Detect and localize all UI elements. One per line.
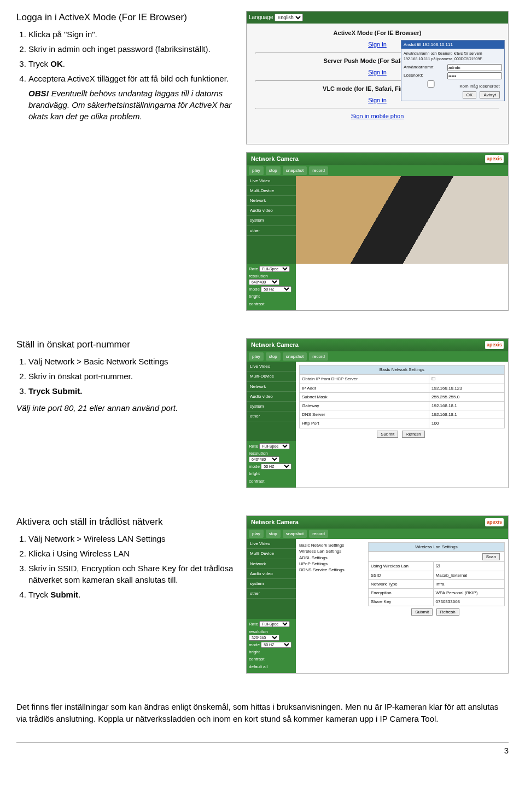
network-type-select[interactable]: Infra <box>433 579 504 588</box>
side-menu: Live Video Multi-Device Network Audio vi… <box>247 362 296 440</box>
section-wireless: Aktivera och ställ in trådlöst nätverk V… <box>16 515 509 674</box>
mode-label: mode <box>249 642 260 647</box>
menu-system[interactable]: system <box>247 402 296 411</box>
snapshot-button[interactable]: snapshot <box>283 530 307 538</box>
signin-mobile-link[interactable]: Sign in mobile phon <box>351 113 404 119</box>
menu-multi-device[interactable]: Multi-Device <box>247 372 296 381</box>
menu-network[interactable]: Network <box>247 559 296 569</box>
table-row: Using Wireless Lan☑ <box>369 562 505 571</box>
table-row: DNS Server192.168.18.1 <box>300 410 505 419</box>
ok-button[interactable]: OK <box>463 91 477 98</box>
cancel-button[interactable]: Avbryt <box>480 91 500 98</box>
rate-label: Rate <box>249 444 258 449</box>
ip-input[interactable]: 192.168.18.123 <box>429 384 505 392</box>
camera-title: Network Camera <box>251 155 299 163</box>
play-button[interactable]: play <box>249 166 264 175</box>
subnet-input[interactable]: 255.255.255.0 <box>429 392 505 401</box>
menu-audio-video[interactable]: Audio video <box>247 392 296 402</box>
resolution-select[interactable]: 320*240 <box>249 635 279 641</box>
menu-live-video[interactable]: Live Video <box>247 362 296 372</box>
submenu-item[interactable]: Wireless Lan Settings <box>299 548 365 554</box>
section-login: Logga in i ActiveX Mode (For IE Browser)… <box>16 11 509 311</box>
refresh-button[interactable]: Refresh <box>436 608 459 616</box>
step: Skriv in admin och inget password (fabri… <box>28 43 235 55</box>
resolution-select[interactable]: 640*480 <box>249 456 279 462</box>
resolution-select[interactable]: 640*480 <box>249 279 279 285</box>
mode-select[interactable]: 50 HZ <box>261 286 291 292</box>
step: Skriv in önskat port-nummer. <box>28 370 235 382</box>
menu-system[interactable]: system <box>247 579 296 589</box>
key-ok: OK <box>50 59 63 68</box>
menu-network[interactable]: Network <box>247 196 296 206</box>
obs-note: OBS! Eventuellt behövs undantag läggas t… <box>28 88 235 122</box>
rate-controls: Rate Full-Spee resolution 640*480 mode 5… <box>247 264 296 310</box>
camera-title: Network Camera <box>251 341 299 349</box>
submit-button[interactable]: Submit <box>411 608 433 616</box>
encryption-select[interactable]: WPA Personal (BKIP) <box>433 589 504 598</box>
ssid-input[interactable]: Macab_External <box>433 571 504 579</box>
step: Tryck Submit. <box>28 385 235 397</box>
screenshot-network-settings: Network Camera apexis play stop snapshot… <box>246 338 509 488</box>
stop-button[interactable]: stop <box>266 166 281 175</box>
menu-multi-device[interactable]: Multi-Device <box>247 549 296 559</box>
record-button[interactable]: record <box>309 352 328 361</box>
sharekey-input[interactable]: 0730333668 <box>433 598 504 606</box>
signin-link[interactable]: Sign in <box>368 97 387 103</box>
rate-select[interactable]: Full-Spee <box>259 443 290 449</box>
signin-link[interactable]: Sign in <box>368 69 387 76</box>
snapshot-button[interactable]: snapshot <box>283 166 307 175</box>
section-port: Ställ in önskat port-nummer Välj Network… <box>16 338 509 488</box>
default-label[interactable]: default all <box>249 664 294 670</box>
mode-select[interactable]: 50 HZ <box>261 642 291 648</box>
submenu-item[interactable]: ADSL Settings <box>299 555 365 561</box>
language-select[interactable]: English <box>275 14 303 21</box>
menu-system[interactable]: system <box>247 216 296 225</box>
contrast-label: contrast <box>249 478 294 484</box>
submit-button[interactable]: Submit <box>377 431 398 438</box>
submenu-item[interactable]: UPnP Settings <box>299 561 365 567</box>
screenshot-wireless-settings: Network Camera apexis play stop snapshot… <box>246 515 509 674</box>
panel-title: Wireless Lan Settings <box>368 542 505 552</box>
password-input[interactable] <box>447 72 502 79</box>
step: Välj Network > Basic Network Settings <box>28 356 235 367</box>
menu-other[interactable]: other <box>247 411 296 421</box>
record-button[interactable]: record <box>309 166 328 175</box>
rate-select[interactable]: Full-Spee <box>259 621 290 627</box>
stop-button[interactable]: stop <box>266 352 281 361</box>
menu-live-video[interactable]: Live Video <box>247 539 296 549</box>
contrast-label: contrast <box>249 656 294 662</box>
menu-other[interactable]: other <box>247 589 296 599</box>
play-button[interactable]: play <box>249 530 264 538</box>
brand-logo: apexis <box>485 341 504 349</box>
dhcp-checkbox[interactable]: ☐ <box>429 375 505 384</box>
dialog-title: Anslut till 192.168.10.111 <box>401 40 504 49</box>
refresh-button[interactable]: Refresh <box>402 431 425 438</box>
menu-multi-device[interactable]: Multi-Device <box>247 186 296 196</box>
camera-title: Network Camera <box>251 518 299 526</box>
dns-input[interactable]: 192.168.18.1 <box>429 410 505 419</box>
rate-label: Rate <box>249 266 258 271</box>
menu-network[interactable]: Network <box>247 382 296 392</box>
menu-live-video[interactable]: Live Video <box>247 176 296 186</box>
heading-wireless: Aktivera och ställ in trådlöst nätverk <box>16 515 235 529</box>
gateway-input[interactable]: 192.168.18.1 <box>429 402 505 410</box>
record-button[interactable]: record <box>309 530 328 538</box>
scan-button[interactable]: Scan <box>482 553 500 560</box>
menu-other[interactable]: other <box>247 226 296 236</box>
stop-button[interactable]: stop <box>266 530 281 538</box>
port-input[interactable]: 100 <box>429 419 505 428</box>
submenu-item[interactable]: Basic Network Settings <box>299 542 365 548</box>
signin-link[interactable]: Sign in <box>368 41 387 48</box>
snapshot-button[interactable]: snapshot <box>283 352 307 361</box>
menu-audio-video[interactable]: Audio video <box>247 206 296 216</box>
remember-checkbox[interactable] <box>404 80 458 88</box>
play-button[interactable]: play <box>249 352 264 361</box>
menu-audio-video[interactable]: Audio video <box>247 569 296 579</box>
rate-select[interactable]: Full-Spee <box>259 266 290 272</box>
step: Välj Network > Wireless LAN Settings <box>28 533 235 544</box>
submenu-item[interactable]: DDNS Service Settings <box>299 567 365 573</box>
port-note: Välj inte port 80, 21 eller annan använd… <box>16 402 235 414</box>
username-input[interactable] <box>447 64 502 71</box>
use-wireless-checkbox[interactable]: ☑ <box>433 562 504 571</box>
mode-select[interactable]: 50 HZ <box>261 463 291 469</box>
